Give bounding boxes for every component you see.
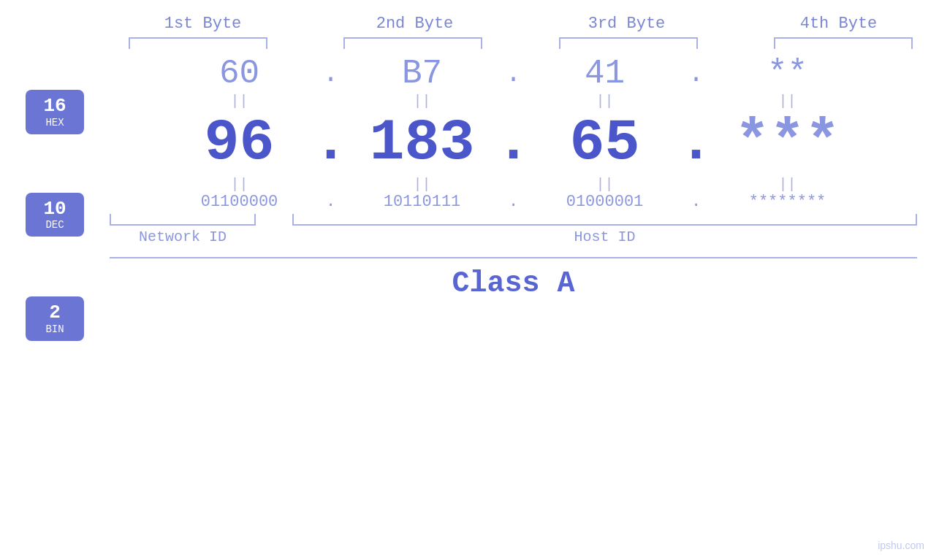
dec-badge: 10 DEC	[26, 193, 84, 237]
content-layout: 16 HEX 10 DEC 2 BIN 60 . B7 . 41	[0, 55, 939, 341]
bin-badge: 2 BIN	[26, 296, 84, 341]
bin-val-3: 01000001	[532, 193, 678, 211]
bin-dot-2: .	[495, 193, 532, 211]
dec-val-4: ***	[715, 110, 861, 176]
eq1-1: ||	[167, 93, 313, 110]
class-section: Class A	[110, 257, 939, 300]
hex-dot-3: .	[678, 59, 715, 89]
hex-row: 60 . B7 . 41 . **	[110, 55, 939, 93]
byte4-header: 4th Byte	[759, 15, 919, 33]
bin-dot-3: .	[678, 193, 715, 211]
right-data: 60 . B7 . 41 . ** || || || || 96	[110, 55, 939, 341]
byte3-header: 3rd Byte	[547, 15, 707, 33]
eq1-4: ||	[715, 93, 861, 110]
network-id-label: Network ID	[110, 229, 256, 245]
bracket-1	[129, 37, 267, 49]
hex-val-2: B7	[349, 55, 495, 93]
hex-val-4: **	[715, 55, 861, 93]
dec-dot-2: .	[495, 110, 532, 176]
hex-val-3: 41	[532, 55, 678, 93]
bracket-4	[774, 37, 913, 49]
hex-val-1: 60	[167, 55, 313, 93]
dec-row: 96 . 183 . 65 . ***	[110, 110, 939, 176]
bin-val-2: 10110111	[349, 193, 495, 211]
eq2-4: ||	[715, 176, 861, 193]
eq1-2: ||	[349, 93, 495, 110]
id-labels: Network ID Host ID	[110, 229, 939, 245]
bracket-2	[343, 37, 482, 49]
network-bracket	[110, 214, 256, 226]
dec-dot-1: .	[313, 110, 349, 176]
eq2-1: ||	[167, 176, 313, 193]
eq1-3: ||	[532, 93, 678, 110]
class-divider: Class A	[110, 257, 917, 300]
left-badges: 16 HEX 10 DEC 2 BIN	[0, 55, 110, 341]
byte1-header: 1st Byte	[123, 15, 284, 33]
bin-row: 01100000 . 10110111 . 01000001 . *******…	[110, 193, 939, 211]
dec-val-1: 96	[167, 110, 313, 176]
dec-val-3: 65	[532, 110, 678, 176]
bin-val-1: 01100000	[167, 193, 313, 211]
bracket-3	[559, 37, 698, 49]
equals-row-1: || || || ||	[110, 93, 939, 110]
eq2-2: ||	[349, 176, 495, 193]
main-container: 1st Byte 2nd Byte 3rd Byte 4th Byte 16 H…	[0, 0, 939, 560]
hex-dot-2: .	[495, 59, 532, 89]
dec-val-2: 183	[349, 110, 495, 176]
eq2-3: ||	[532, 176, 678, 193]
host-id-label: Host ID	[292, 229, 917, 245]
bottom-brackets	[110, 214, 939, 226]
dec-dot-3: .	[678, 110, 715, 176]
host-bracket	[292, 214, 917, 226]
class-label: Class A	[452, 267, 574, 300]
hex-dot-1: .	[313, 59, 349, 89]
byte2-header: 2nd Byte	[335, 15, 495, 33]
watermark: ipshu.com	[878, 540, 924, 551]
bin-dot-1: .	[313, 193, 349, 211]
equals-row-2: || || || ||	[110, 176, 939, 193]
bin-val-4: ********	[715, 193, 861, 211]
hex-badge: 16 HEX	[26, 90, 84, 134]
